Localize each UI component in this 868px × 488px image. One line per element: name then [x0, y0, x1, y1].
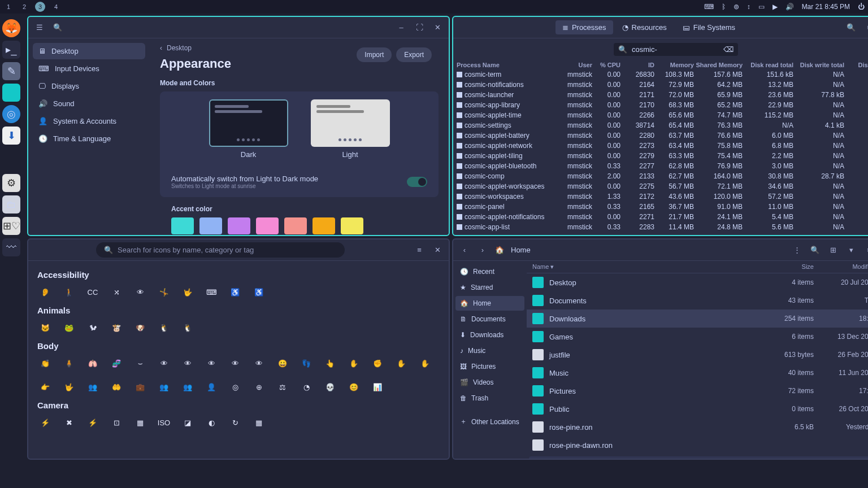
- files-sidebar-home[interactable]: 🏠Home: [455, 296, 524, 311]
- col-header[interactable]: Name ▾: [532, 263, 757, 271]
- col-header[interactable]: Process Name: [457, 62, 553, 68]
- icon-item[interactable]: ◐: [203, 415, 219, 430]
- sidebar-item-displays[interactable]: 🖵Displays: [33, 78, 145, 94]
- minimize-button[interactable]: –: [396, 22, 407, 33]
- icon-item[interactable]: 🫁: [85, 355, 101, 371]
- tab-resources[interactable]: ◔Resources: [615, 20, 674, 34]
- icon-item[interactable]: 👥: [85, 379, 101, 395]
- sidebar-item-time-language[interactable]: 🕓Time & Language: [33, 130, 145, 147]
- icon-item[interactable]: ⚡: [85, 415, 101, 430]
- icon-item[interactable]: ⚖: [275, 379, 290, 395]
- keyboard-icon[interactable]: ⌨: [704, 3, 714, 11]
- file-row[interactable]: Games6 items13 Dec 2023☆: [527, 328, 868, 346]
- icon-item[interactable]: 🤟: [61, 379, 77, 395]
- icon-item[interactable]: 🚶: [61, 284, 77, 300]
- icon-item[interactable]: 👆: [322, 355, 338, 371]
- files-sidebar-downloads[interactable]: ⬇Downloads: [455, 328, 524, 342]
- sidebar-item-sound[interactable]: 🔊Sound: [33, 95, 145, 112]
- process-row[interactable]: cosmic-applet-batterymmstick0.00228063.7…: [453, 130, 868, 141]
- process-row[interactable]: cosmic-termmmstick0.0026830108.3 MB157.6…: [453, 69, 868, 80]
- icon-item[interactable]: ▦: [251, 415, 267, 430]
- icon-item[interactable]: 👂: [37, 284, 53, 300]
- icon-item[interactable]: ⊡: [108, 415, 124, 430]
- files-sidebar-recent[interactable]: 🕓Recent: [455, 264, 524, 279]
- icon-item[interactable]: 🤟: [180, 284, 196, 300]
- icon-item[interactable]: ⌨: [203, 284, 219, 300]
- maximize-button[interactable]: ⛶: [414, 22, 425, 33]
- icon-item[interactable]: ⊕: [251, 379, 267, 395]
- search-icon[interactable]: 🔍: [809, 245, 821, 256]
- close-button[interactable]: ✕: [432, 245, 443, 256]
- dock-files[interactable]: [2, 84, 20, 102]
- file-row[interactable]: justfile613 bytes26 Feb 2024☆: [527, 346, 868, 364]
- process-row[interactable]: cosmic-applet-notificationsmmstick0.0022…: [453, 212, 868, 222]
- col-header[interactable]: Shared Memory: [694, 62, 743, 68]
- icon-item[interactable]: ✋: [393, 355, 409, 371]
- files-sidebar-videos[interactable]: 🎬Videos: [455, 375, 524, 390]
- icon-item[interactable]: ↻: [227, 415, 243, 430]
- process-row[interactable]: cosmic-panelmmstick0.33216536.7 MB91.0 M…: [453, 202, 868, 212]
- icon-item[interactable]: 🧬: [108, 355, 124, 371]
- dock-browser[interactable]: ◎: [2, 105, 20, 123]
- file-row[interactable]: rose-pine.ron6.5 kBYesterday☆: [527, 418, 868, 436]
- icon-item[interactable]: 😊: [346, 379, 362, 395]
- icon-item[interactable]: ♿: [227, 284, 243, 300]
- workspace-switcher[interactable]: 1234: [3, 2, 61, 12]
- icon-item[interactable]: 🐧: [180, 320, 196, 336]
- icon-item[interactable]: 👁: [180, 355, 196, 371]
- sysmon-search[interactable]: 🔍 cosmic- ⌫: [614, 43, 738, 56]
- icon-item[interactable]: CC: [85, 284, 101, 300]
- close-button[interactable]: ✕: [432, 22, 443, 33]
- col-header[interactable]: Size: [757, 263, 814, 271]
- icon-item[interactable]: 👁: [132, 284, 148, 300]
- sidebar-item-desktop[interactable]: 🖥Desktop: [33, 43, 145, 59]
- col-header[interactable]: Modified: [814, 263, 868, 271]
- tab-file-systems[interactable]: 🖴File Systems: [676, 20, 742, 34]
- file-row[interactable]: Pictures72 items17:45☆: [527, 382, 868, 400]
- menu-icon[interactable]: ≡: [863, 22, 868, 33]
- process-row[interactable]: cosmic-applet-tilingmmstick0.00227963.3 …: [453, 151, 868, 161]
- network-icon[interactable]: ↕: [747, 3, 750, 11]
- icon-item[interactable]: 🧍: [61, 355, 77, 371]
- breadcrumb[interactable]: Home: [511, 246, 531, 254]
- file-row[interactable]: Music40 items11 Jun 2023☆: [527, 364, 868, 382]
- wifi-icon[interactable]: ⊚: [734, 3, 739, 11]
- icon-item[interactable]: 👤: [203, 379, 219, 395]
- dock-text-editor[interactable]: ✎: [2, 62, 20, 80]
- workspace-3[interactable]: 3: [35, 2, 45, 12]
- files-sidebar-other-locations[interactable]: ＋Other Locations: [455, 413, 524, 430]
- process-row[interactable]: cosmic-launchermmstick0.00217172.0 MB65.…: [453, 90, 868, 100]
- icon-item[interactable]: 🤲: [108, 379, 124, 395]
- dock-downloads[interactable]: ⬇: [2, 127, 20, 145]
- col-header[interactable]: ID: [620, 62, 654, 68]
- accent-swatch[interactable]: [256, 217, 279, 234]
- dark-mode-card[interactable]: Dark: [209, 99, 288, 159]
- files-sidebar-pictures[interactable]: 🖼Pictures: [455, 359, 524, 374]
- icon-item[interactable]: 🐿: [85, 320, 101, 336]
- icon-item[interactable]: ✋: [417, 355, 433, 371]
- icon-item[interactable]: ✋: [346, 355, 362, 371]
- media-icon[interactable]: ▶: [772, 3, 778, 11]
- icon-item[interactable]: ✊: [370, 355, 385, 371]
- light-mode-card[interactable]: Light: [311, 99, 390, 159]
- table-header[interactable]: Process NameUser% CPUIDMemoryShared Memo…: [453, 60, 868, 69]
- dock-file-manager[interactable]: 🗀: [2, 195, 20, 213]
- icon-item[interactable]: 📊: [370, 379, 385, 395]
- sidebar-item-input-devices[interactable]: ⌨Input Devices: [33, 60, 145, 77]
- dock-terminal[interactable]: ▸_: [2, 41, 20, 59]
- panel-layout-icon[interactable]: ☰: [34, 22, 45, 33]
- accent-swatch[interactable]: [341, 217, 363, 234]
- process-row[interactable]: cosmic-notificationsmmstick0.00216472.9 …: [453, 80, 868, 90]
- icon-item[interactable]: 💀: [322, 379, 338, 395]
- file-row[interactable]: Documents43 itemsTue☆: [527, 291, 868, 310]
- accent-swatch[interactable]: [228, 217, 250, 234]
- files-sidebar-documents[interactable]: 🗎Documents: [455, 312, 524, 326]
- import-button[interactable]: Import: [357, 47, 392, 62]
- icon-item[interactable]: 👉: [37, 379, 53, 395]
- workspace-1[interactable]: 1: [3, 2, 14, 12]
- power-icon[interactable]: ⏻: [858, 3, 865, 11]
- files-sidebar-trash[interactable]: 🗑Trash: [455, 391, 524, 406]
- col-header[interactable]: User: [553, 62, 592, 68]
- icon-item[interactable]: ◪: [180, 415, 196, 430]
- icon-item[interactable]: 😀: [275, 355, 290, 371]
